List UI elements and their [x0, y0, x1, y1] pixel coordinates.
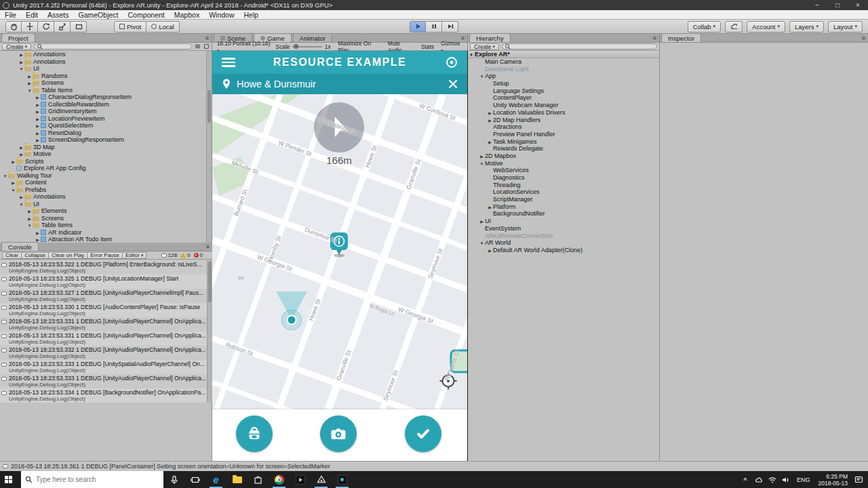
hierarchy-item[interactable]: Language Settings — [468, 87, 659, 95]
hierarchy-item[interactable]: BackgroundNotifier — [468, 210, 659, 218]
hierarchy-item[interactable]: Unity Webcam Manager — [468, 102, 659, 109]
panel-menu-icon[interactable]: ≡ — [205, 35, 209, 41]
menu-file[interactable]: File — [0, 10, 21, 20]
search-by-type-icon[interactable] — [195, 43, 201, 49]
console-editor-button[interactable]: Editor▾ — [123, 252, 146, 259]
console-log-entry[interactable]: 2018-05-13 18:23:53.322 1 DEBUG [Platfor… — [0, 260, 207, 274]
hierarchy-item[interactable]: Setup — [468, 80, 659, 87]
project-item[interactable]: ▼Walking Tour — [0, 172, 207, 180]
system-clock[interactable]: 6:25 PM 2018-05-13 — [814, 473, 852, 487]
project-item[interactable]: ▶3D Map — [0, 144, 207, 151]
console-scrollbar[interactable] — [207, 260, 212, 403]
create-dropdown[interactable]: Create▾ — [2, 43, 31, 50]
hierarchy-item[interactable]: Attractions — [468, 123, 659, 131]
expand-arrow-icon[interactable]: ▶ — [35, 108, 41, 116]
console-log-entry[interactable]: 2018-05-13 18:23:53.330 1 DEBUG [AudioCo… — [0, 303, 207, 317]
unity-editor-icon[interactable] — [311, 471, 332, 488]
console-clear-button[interactable]: Clear — [2, 252, 22, 259]
expand-arrow-icon[interactable]: ▶ — [35, 123, 41, 130]
project-item[interactable]: ▶Randoms — [0, 73, 207, 80]
expand-arrow-icon[interactable]: ▶ — [487, 247, 493, 255]
map-tile-marker[interactable] — [451, 350, 467, 372]
cloud-button[interactable] — [725, 21, 743, 33]
scale-slider[interactable] — [292, 46, 321, 47]
hierarchy-item[interactable]: Threading — [468, 182, 659, 189]
project-item[interactable]: ▶Content — [0, 179, 207, 186]
close-location-button[interactable] — [448, 79, 458, 89]
expand-arrow-icon[interactable]: ▼ — [10, 187, 16, 195]
menu-button[interactable] — [222, 58, 235, 67]
project-item[interactable]: ▶Motive — [0, 150, 207, 158]
stats-button[interactable]: Stats — [419, 43, 436, 50]
project-item[interactable]: ▼Table Items — [0, 87, 207, 94]
media-player-icon[interactable] — [290, 471, 311, 488]
file-explorer-icon[interactable] — [226, 471, 248, 488]
taskbar-search-input[interactable] — [36, 476, 151, 483]
pause-button[interactable] — [426, 21, 442, 33]
hierarchy-item[interactable]: Main Camera — [468, 58, 659, 66]
project-item[interactable]: ▶LocationPreviewItem — [0, 115, 207, 123]
project-item[interactable]: ▼UI — [0, 65, 207, 73]
expand-arrow-icon[interactable]: ▶ — [18, 52, 24, 59]
error-count[interactable]: ×0 — [194, 252, 203, 258]
recenter-button[interactable] — [444, 55, 459, 70]
local-toggle[interactable]: Local — [146, 21, 180, 33]
menu-help[interactable]: Help — [239, 10, 264, 20]
hierarchy-item[interactable]: ▼AR World — [468, 239, 659, 247]
hierarchy-item[interactable]: EventSystem — [468, 225, 659, 232]
tab-hierarchy[interactable]: Hierarchy — [469, 33, 511, 42]
onedrive-cloud-icon[interactable] — [752, 471, 766, 488]
project-item[interactable]: ▶Screens — [0, 79, 207, 87]
hierarchy-item[interactable]: ContentPlayer — [468, 94, 659, 102]
map-view[interactable]: 166m 99 W Hastings StW Pender StW Cordov… — [212, 94, 467, 409]
console-log-entry[interactable]: 2018-05-13 18:23:53.331 1 DEBUG [UnityAu… — [0, 331, 207, 346]
scene-header[interactable]: ▼Explore AR* — [468, 51, 659, 58]
expand-arrow-icon[interactable]: ▼ — [2, 173, 8, 180]
tab-project[interactable]: Project — [1, 33, 35, 42]
step-button[interactable] — [442, 21, 458, 33]
panel-menu-icon[interactable]: ≡ — [653, 35, 656, 41]
project-item[interactable]: ▶AR Indicator — [0, 229, 207, 237]
expand-arrow-icon[interactable]: ▼ — [479, 73, 485, 81]
hierarchy-item[interactable]: ▼Motive — [468, 160, 659, 167]
expand-arrow-icon[interactable]: ▶ — [18, 194, 24, 201]
project-item[interactable]: ▶QuestSelectItem — [0, 122, 207, 129]
menu-gameobject[interactable]: GameObject — [74, 10, 123, 20]
hierarchy-item[interactable]: Diagnostics — [468, 174, 659, 182]
console-error-pause-button[interactable]: Error Pause — [87, 252, 123, 259]
console-log-entry[interactable]: 2018-05-13 18:23:53.327 1 DEBUG [UnityAu… — [0, 289, 207, 303]
menu-window[interactable]: Window — [204, 10, 239, 20]
project-item[interactable]: ▶Elements — [0, 207, 207, 215]
warning-count[interactable]: 0 — [180, 252, 190, 258]
hierarchy-item[interactable]: ▼App — [468, 73, 659, 80]
cortana-mic-button[interactable] — [163, 471, 184, 488]
menu-assets[interactable]: Assets — [43, 10, 74, 20]
pivot-toggle[interactable]: Pivot — [114, 21, 146, 33]
start-button[interactable] — [0, 471, 21, 488]
project-scrollbar[interactable] — [206, 51, 212, 243]
action-center-button[interactable] — [852, 471, 865, 488]
project-item[interactable]: ▶ResetDialog — [0, 129, 207, 137]
expand-arrow-icon[interactable]: ▶ — [487, 110, 493, 117]
console-collapse-button[interactable]: Collapse — [22, 252, 49, 259]
task-view-button[interactable] — [184, 471, 205, 488]
hierarchy-item[interactable]: WebServices — [468, 167, 659, 174]
maximize-button[interactable]: □ — [827, 0, 848, 10]
project-item[interactable]: ▶Screens — [0, 215, 207, 222]
camera-button[interactable] — [320, 415, 357, 452]
compass-indicator[interactable] — [314, 102, 364, 152]
tab-animator[interactable]: Animator — [293, 33, 332, 42]
expand-arrow-icon[interactable]: ▼ — [18, 66, 24, 73]
menu-mapbox[interactable]: Mapbox — [170, 10, 204, 20]
hidden-icons-button[interactable]: ^ — [738, 471, 752, 488]
expand-arrow-icon[interactable]: ▼ — [479, 240, 485, 247]
tab-inspector[interactable]: Inspector — [661, 33, 701, 42]
hierarchy-item[interactable]: ▶UI — [468, 218, 659, 225]
hierarchy-item[interactable]: ▶Location Valuables Drivers — [468, 109, 659, 117]
project-item[interactable]: ▶ScreenDialogResponseItem — [0, 136, 207, 144]
collab-dropdown[interactable]: Collab▾ — [688, 21, 721, 33]
rect-tool-button[interactable] — [71, 21, 87, 33]
panel-menu-icon[interactable]: ≡ — [206, 243, 210, 250]
hierarchy-item[interactable]: ▶Task Minigames — [468, 138, 659, 146]
expand-arrow-icon[interactable]: ▼ — [26, 222, 33, 230]
